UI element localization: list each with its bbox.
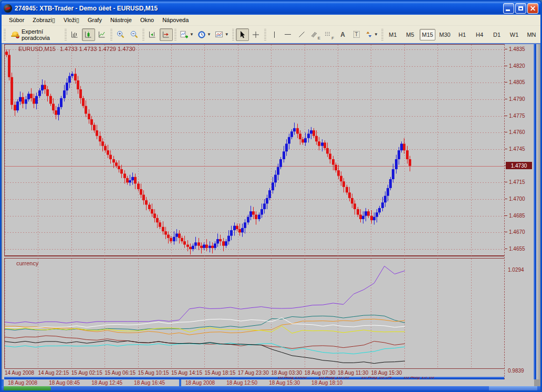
tiled-window-1[interactable]: 18 Aug 200818 Aug 08:4518 Aug 12:4518 Au… — [2, 379, 179, 386]
timeframe-button-m30[interactable]: M30 — [437, 29, 453, 40]
minimize-icon — [506, 9, 510, 11]
expert-advisor-icon — [11, 31, 19, 38]
fibonacci-tool-button[interactable]: F — [322, 28, 336, 41]
application-window: 274945: XTB-Trader - Demo úèet - EURUSD,… — [0, 0, 542, 392]
bar-chart-button[interactable] — [68, 28, 81, 41]
time-axis-label: 15 Aug 10:15 — [138, 370, 169, 376]
dropdown-caret-icon: ▼ — [190, 33, 194, 37]
menu-item-zobrazi[interactable]: Zobrazi▯ — [28, 15, 59, 25]
chart-shift-button[interactable] — [146, 28, 159, 41]
time-axis-label: 17 Aug 23:30 — [238, 370, 269, 376]
price-axis-label: 1.4760 — [505, 129, 525, 135]
timeframe-button-mn[interactable]: MN — [524, 29, 539, 40]
minimize-button[interactable] — [503, 3, 514, 14]
close-button[interactable] — [527, 3, 538, 14]
toolbar-grip[interactable] — [264, 29, 266, 40]
timeframe-button-m1[interactable]: M1 — [385, 29, 401, 40]
auto-scroll-icon — [162, 30, 170, 39]
time-axis-label: 15 Aug 18:15 — [204, 370, 235, 376]
price-value: 1.4820 — [509, 63, 525, 69]
timeframe-button-h1[interactable]: H1 — [454, 29, 470, 40]
toolbar-grip[interactable] — [4, 29, 6, 40]
time-axis-label: 18 Aug 12:45 — [91, 380, 122, 386]
axis-tick — [505, 182, 507, 182]
horizontal-line-tool-button[interactable] — [282, 28, 295, 41]
equidistant-channel-tool-button[interactable]: E — [309, 28, 322, 41]
crosshair-icon — [252, 30, 260, 39]
menu-item-grafy[interactable]: Grafy — [84, 15, 106, 25]
cursor-tool-button[interactable] — [236, 28, 249, 41]
fibonacci-icon — [324, 30, 331, 38]
text-label-tool-button[interactable]: T — [350, 28, 363, 41]
line-chart-button[interactable] — [96, 28, 109, 41]
time-axis-label: 18 Aug 07:30 — [305, 370, 336, 376]
time-axis-label: 18 Aug 2008 — [185, 380, 215, 386]
main-chart-canvas[interactable] — [5, 45, 505, 257]
menu-item-okno[interactable]: Okno — [136, 15, 158, 25]
start-button[interactable] — [4, 386, 51, 390]
menu-item-sbor[interactable]: Súbor — [5, 15, 28, 25]
time-axis-label: 18 Aug 19:10 — [403, 377, 434, 379]
trendline-tool-button[interactable] — [295, 28, 308, 41]
axis-tick — [505, 232, 507, 232]
time-axis-label: 18 Aug 15:30 — [371, 370, 402, 376]
system-tray[interactable] — [489, 386, 537, 390]
price-value: 1.4655 — [509, 246, 525, 252]
auto-scroll-button[interactable] — [160, 28, 173, 41]
maximize-icon — [518, 6, 523, 11]
timeframe-button-m5[interactable]: M5 — [402, 29, 418, 40]
time-axis-label: 18 Aug 16:50 — [318, 377, 349, 379]
timeframe-button-w1[interactable]: W1 — [506, 29, 522, 40]
timeframe-button-m15[interactable]: M15 — [420, 29, 435, 40]
menu-item-npoveda[interactable]: Nápoveda — [158, 15, 193, 25]
chart-ohlc-label: EURUSD,M15 1.4733 1.4733 1.4729 1.4730 — [18, 46, 136, 52]
toolbar-grip[interactable] — [232, 29, 234, 40]
toolbar-grip[interactable] — [65, 29, 67, 40]
bar-chart-icon — [70, 30, 79, 39]
fibonacci-sub-label: F — [331, 36, 334, 40]
occluded-window-time-axis: 18 Aug 200818 Aug 16:5018 Aug 18:5418 Au… — [277, 377, 504, 379]
candlestick-chart-button[interactable] — [82, 28, 95, 41]
tiled-window-2[interactable]: 18 Aug 200818 Aug 12:5018 Aug 15:3018 Au… — [179, 379, 534, 386]
indicators-button[interactable]: ▼ — [178, 28, 195, 41]
time-axis-label: 14 Aug 22:15 — [38, 370, 69, 376]
candlestick-chart-icon — [84, 30, 92, 39]
price-value: 1.4775 — [509, 113, 525, 119]
maximize-button[interactable] — [515, 3, 526, 14]
time-axis-label: 18 Aug 08:45 — [49, 380, 80, 386]
toolbar-grip[interactable] — [110, 29, 112, 40]
text-icon: A — [340, 31, 345, 38]
sub-chart-canvas[interactable] — [5, 259, 505, 369]
price-value: 1.4835 — [509, 46, 525, 52]
expert-advisors-button[interactable]: Expertní poradcovia — [7, 28, 63, 42]
mdi-background — [536, 44, 540, 379]
menu-item-nstroje[interactable]: Nástroje — [106, 15, 136, 25]
text-tool-button[interactable]: A — [336, 28, 349, 41]
vertical-line-tool-button[interactable] — [268, 28, 281, 41]
price-value: 1.4700 — [509, 196, 525, 202]
arrows-tool-button[interactable]: ▼ — [363, 28, 380, 41]
menu-item-vloi[interactable]: Vloži▯ — [59, 15, 84, 25]
indicator-panel: currency — [4, 259, 504, 368]
price-value: 1.4715 — [509, 179, 525, 185]
crosshair-tool-button[interactable] — [249, 28, 263, 41]
title-bar[interactable]: 274945: XTB-Trader - Demo úèet - EURUSD,… — [2, 2, 540, 15]
timeframe-button-h4[interactable]: H4 — [472, 29, 487, 40]
axis-tick — [505, 215, 507, 216]
windows-taskbar[interactable] — [2, 386, 540, 390]
axis-tick — [505, 49, 507, 49]
zoom-out-button[interactable] — [128, 28, 141, 41]
dropdown-caret-icon: ▼ — [207, 33, 211, 37]
periods-button[interactable]: ▼ — [196, 28, 213, 41]
toolbar-grip[interactable] — [174, 29, 176, 40]
toolbar-grip[interactable] — [381, 29, 383, 40]
time-axis[interactable]: 14 Aug 200814 Aug 22:1515 Aug 02:1515 Au… — [4, 368, 504, 377]
timeframe-button-d1[interactable]: D1 — [489, 29, 505, 40]
price-axis[interactable]: 1.4730 1.0294 0.9839 1.48351.48201.48051… — [504, 44, 534, 379]
app-icon — [4, 4, 12, 13]
toolbar-grip[interactable] — [142, 29, 144, 40]
zoom-in-button[interactable] — [114, 28, 127, 41]
templates-button[interactable]: ▼ — [213, 28, 231, 41]
price-value: 1.4745 — [509, 146, 525, 152]
window-title: 274945: XTB-Trader - Demo úèet - EURUSD,… — [15, 5, 503, 12]
